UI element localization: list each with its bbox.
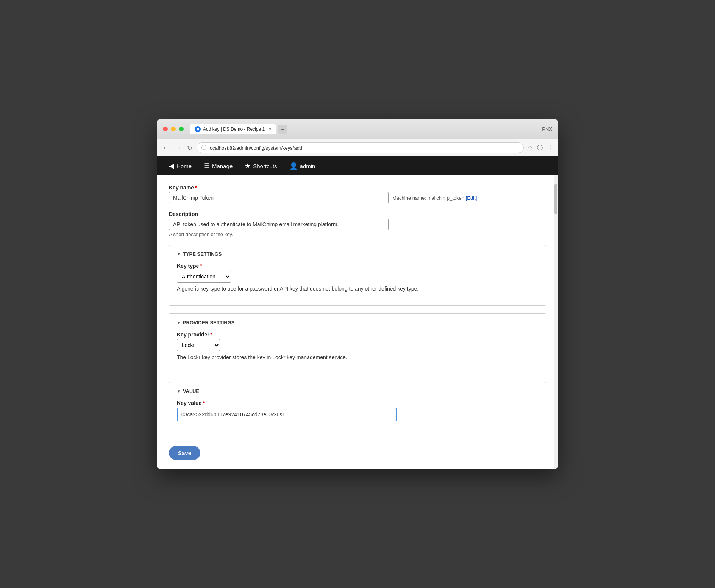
description-label: Description (169, 211, 546, 217)
edit-machine-name-link[interactable]: [Edit] (466, 195, 477, 201)
info-button[interactable]: ⓘ (536, 144, 543, 152)
key-provider-select[interactable]: Lockr Config File Database (177, 339, 220, 351)
key-provider-label: Key provider* (177, 332, 538, 338)
key-type-label: Key type* (177, 263, 538, 269)
bookmark-button[interactable]: ☆ (527, 144, 533, 152)
tab-bar: Add key | DS Demo - Recipe 1 × + (190, 124, 542, 134)
type-settings-section: ▼ TYPE SETTINGS Key type* Authentication… (169, 245, 546, 306)
nav-manage-label: Manage (212, 163, 233, 169)
url-bar: ⓘ localhost:82/admin/config/system/keys/… (197, 142, 524, 153)
machine-name-text: Machine name: mailchimp_token [Edit] (392, 195, 477, 201)
key-name-label: Key name* (169, 185, 546, 191)
nav-admin-label: admin (300, 163, 315, 169)
key-value-input[interactable] (177, 408, 397, 421)
url-actions: ☆ ⓘ ⋮ (527, 144, 554, 152)
type-settings-title: ▼ TYPE SETTINGS (177, 251, 538, 257)
back-button[interactable]: ← (161, 144, 170, 152)
scrollbar[interactable] (554, 175, 558, 469)
provider-required-star: * (211, 332, 212, 338)
value-section-arrow: ▼ (177, 389, 181, 393)
nav-manage[interactable]: ☰ Manage (198, 157, 239, 175)
key-name-input[interactable] (169, 192, 389, 203)
nav-menu: ◀ Home ☰ Manage ★ Shortcuts 👤 admin (157, 156, 558, 175)
pnx-label: PNX (542, 126, 552, 132)
key-type-required-star: * (200, 263, 202, 269)
reload-button[interactable]: ↻ (186, 144, 194, 152)
nav-home-label: Home (176, 163, 192, 169)
minimize-button[interactable] (171, 127, 176, 131)
browser-menu-button[interactable]: ⋮ (546, 144, 554, 152)
page-content: Key name* Machine name: mailchimp_token … (157, 175, 558, 469)
description-hint: A short description of the key. (169, 231, 546, 237)
value-section-title: ▼ VALUE (177, 388, 538, 394)
key-type-description: A generic key type to use for a password… (177, 286, 538, 292)
active-tab[interactable]: Add key | DS Demo - Recipe 1 × (190, 124, 276, 134)
browser-window: Add key | DS Demo - Recipe 1 × + PNX ← →… (157, 119, 558, 469)
required-star: * (195, 185, 197, 191)
key-name-row: Machine name: mailchimp_token [Edit] (169, 192, 546, 203)
key-provider-description: The Lockr key provider stores the key in… (177, 354, 538, 360)
home-icon: ◀ (169, 162, 174, 170)
provider-settings-arrow: ▼ (177, 321, 181, 325)
description-input[interactable] (169, 219, 389, 230)
key-type-select[interactable]: Authentication Encryption Other (177, 271, 231, 283)
scrollbar-thumb[interactable] (554, 184, 557, 214)
title-bar: Add key | DS Demo - Recipe 1 × + PNX (157, 119, 558, 139)
nav-shortcuts-label: Shortcuts (253, 163, 277, 169)
save-button[interactable]: Save (169, 446, 200, 460)
close-button[interactable] (163, 127, 168, 131)
forward-button[interactable]: → (173, 144, 183, 152)
key-provider-group: Key provider* Lockr Config File Database… (177, 332, 538, 360)
key-value-required-star: * (203, 400, 205, 406)
window-controls (163, 127, 184, 131)
provider-settings-section: ▼ PROVIDER SETTINGS Key provider* Lockr … (169, 313, 546, 374)
nav-shortcuts[interactable]: ★ Shortcuts (239, 157, 283, 175)
maximize-button[interactable] (179, 127, 184, 131)
url-text[interactable]: localhost:82/admin/config/system/keys/ad… (209, 145, 519, 151)
security-icon: ⓘ (201, 144, 206, 151)
address-bar: ← → ↻ ⓘ localhost:82/admin/config/system… (157, 139, 558, 156)
nav-home[interactable]: ◀ Home (163, 157, 198, 175)
shortcuts-icon: ★ (245, 162, 251, 170)
nav-admin[interactable]: 👤 admin (283, 157, 322, 175)
key-value-label: Key value* (177, 400, 538, 406)
key-type-group: Key type* Authentication Encryption Othe… (177, 263, 538, 292)
key-value-group: Key value* (177, 400, 538, 421)
provider-settings-title: ▼ PROVIDER SETTINGS (177, 320, 538, 325)
tab-close-icon[interactable]: × (269, 126, 272, 132)
value-section: ▼ VALUE Key value* (169, 382, 546, 435)
manage-icon: ☰ (204, 162, 210, 170)
admin-icon: 👤 (289, 162, 298, 170)
tab-favicon (195, 126, 201, 132)
type-settings-arrow: ▼ (177, 252, 181, 256)
new-tab-button[interactable]: + (278, 125, 287, 134)
description-group: Description A short description of the k… (169, 211, 546, 237)
key-name-group: Key name* Machine name: mailchimp_token … (169, 185, 546, 203)
tab-title: Add key | DS Demo - Recipe 1 (203, 127, 265, 132)
